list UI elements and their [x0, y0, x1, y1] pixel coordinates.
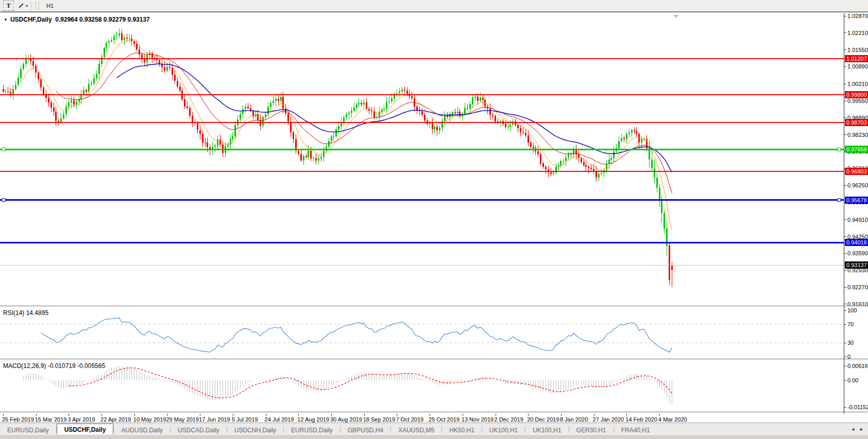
- date-tick-mark: [134, 414, 135, 416]
- chart-tab-usdcnh-daily[interactable]: USDCNH,Daily: [227, 425, 283, 435]
- tick-mark: [844, 32, 846, 33]
- chart-tab-usdcad-daily[interactable]: USDCAD,Daily: [171, 425, 227, 435]
- price-badge: 0.98703: [845, 119, 868, 126]
- line-handle: [2, 148, 5, 151]
- date-label: 25 Feb 2019: [2, 416, 34, 423]
- date-tick-mark: [331, 414, 332, 416]
- date-tick-mark: [430, 414, 430, 416]
- ma-fast-line: [23, 41, 672, 231]
- chart-tab-ger30-h1[interactable]: GER30,H1: [569, 425, 614, 435]
- chart-tab-eurusd-daily[interactable]: EURUSD,Daily: [0, 425, 56, 435]
- macd-axis[interactable]: 0.0061660.00-0.011523: [844, 361, 868, 412]
- date-tick-mark: [200, 414, 200, 416]
- rsi-tick-label: 0: [844, 354, 850, 359]
- tick-mark: [844, 49, 846, 50]
- date-label: 2 Dec 2019: [495, 416, 523, 423]
- price-tick-label: 0.92270: [844, 285, 868, 290]
- dropdown-caret-icon[interactable]: ▾: [26, 4, 28, 8]
- date-label: 10 May 2019: [133, 416, 166, 423]
- date-tick-mark: [3, 414, 4, 416]
- price-badge: 0.95678: [845, 197, 868, 204]
- chart-window: ▼ USDCHF,Daily 0.92964 0.93258 0.92279 0…: [0, 12, 868, 434]
- date-tick-mark: [397, 414, 397, 416]
- toolbar: T ▾ M1M5M15M30H1H4D1W1MN: [0, 0, 868, 12]
- price-tick-label: 0.91610: [844, 301, 868, 306]
- date-tick-mark: [266, 414, 266, 416]
- tick-mark: [844, 270, 846, 271]
- chart-tab-hk50-h1[interactable]: HK50,H1: [442, 425, 482, 435]
- date-label: 8 Jan 2020: [560, 416, 588, 423]
- date-tick-mark: [233, 414, 233, 416]
- chart-ohlc-text: 0.92964 0.93258 0.92279 0.93137: [55, 16, 150, 23]
- macd-pane[interactable]: MACD(12,26,9) -0.010719 -0.005565 0.0061…: [0, 361, 868, 412]
- date-tick-mark: [626, 414, 627, 416]
- toolbar-grip[interactable]: [36, 2, 39, 10]
- rsi-tick-label: 70: [844, 322, 854, 327]
- date-label: 14 Feb 2020: [625, 416, 657, 423]
- date-label: 3 Apr 2019: [67, 416, 95, 423]
- chart-symbol-label: USDCHF,Daily: [10, 16, 52, 23]
- date-tick-mark: [167, 414, 168, 416]
- tick-mark: [844, 253, 846, 254]
- status-strip: [0, 434, 868, 439]
- price-tick-label: 0.96250: [844, 183, 868, 188]
- price-badge: 0.97658: [845, 146, 868, 153]
- price-badge: 0.96803: [845, 168, 868, 175]
- chart-shift-marker[interactable]: [673, 15, 678, 18]
- rsi-tick-label: 30: [844, 340, 854, 346]
- line-handle: [2, 199, 5, 202]
- chart-tab-audusd-daily[interactable]: AUDUSD,Daily: [114, 425, 170, 435]
- rsi-pane[interactable]: RSI(14) 14.4895 10070300: [0, 308, 868, 359]
- tick-mark: [844, 366, 846, 366]
- chart-ohlc-values: [52, 16, 56, 23]
- chart-tab-usdchf-daily[interactable]: USDCHF,Daily: [57, 424, 114, 435]
- chart-tab-xauusd-m5[interactable]: XAUUSD,M5: [391, 425, 441, 435]
- symbol-dropdown-icon[interactable]: ▼: [4, 17, 8, 22]
- line-handle: [838, 199, 841, 202]
- tick-mark: [844, 380, 846, 381]
- main-chart-canvas[interactable]: [0, 13, 844, 306]
- tick-mark: [844, 134, 846, 135]
- price-tick-label: 1.00890: [844, 64, 868, 69]
- text-tool-button[interactable]: T: [3, 1, 14, 11]
- price-tick-label: 0.99550: [844, 98, 868, 104]
- hline-0.97658[interactable]: [0, 148, 844, 151]
- chart-tab-uk100-h1[interactable]: UK100,H1: [482, 425, 525, 435]
- tick-mark: [844, 343, 846, 343]
- price-axis[interactable]: 1.028701.022101.015501.008901.002100.995…: [844, 13, 868, 306]
- date-label: 7 Oct 2019: [396, 416, 423, 423]
- date-axis[interactable]: 25 Feb 201915 Mar 20193 Apr 201922 Apr 2…: [0, 414, 868, 423]
- tick-mark: [844, 236, 846, 237]
- rsi-label: RSI(14) 14.4895: [3, 309, 48, 317]
- date-tick-mark: [298, 414, 299, 416]
- chart-tab-fra40-h1[interactable]: FRA40,H1: [614, 425, 657, 435]
- tab-scroll-left-icon[interactable]: ◄: [850, 427, 855, 432]
- price-tick-label: 0.94910: [844, 217, 868, 222]
- date-label: 5 Jul 2019: [232, 416, 258, 423]
- rsi-canvas[interactable]: [0, 308, 844, 359]
- macd-canvas[interactable]: [0, 361, 844, 412]
- date-label: 22 Apr 2019: [100, 416, 131, 423]
- tick-mark: [844, 357, 846, 357]
- price-tick-label: 1.02870: [844, 13, 868, 19]
- line-handle: [838, 148, 841, 151]
- main-chart-pane[interactable]: ▼ USDCHF,Daily 0.92964 0.93258 0.92279 0…: [0, 13, 868, 306]
- chart-tab-eurusd-daily[interactable]: EURUSD,Daily: [284, 425, 340, 435]
- hline-0.95678[interactable]: [0, 199, 844, 202]
- chart-tab-uk100-h1[interactable]: UK100,H1: [525, 425, 568, 435]
- date-label: 25 Oct 2019: [429, 416, 459, 423]
- arrow-objects-tool-button[interactable]: ▾: [16, 1, 29, 10]
- tab-scroll-right-icon[interactable]: ►: [859, 427, 864, 432]
- chart-tab-gbpusd-h4[interactable]: GBPUSD,H4: [341, 425, 390, 435]
- chart-title: ▼ USDCHF,Daily 0.92964 0.93258 0.92279 0…: [4, 16, 150, 23]
- tick-mark: [844, 287, 846, 288]
- date-label: 20 Dec 2019: [527, 416, 559, 423]
- tick-mark: [844, 407, 846, 408]
- timeframe-button-h1[interactable]: H1: [41, 1, 59, 11]
- price-tick-label: 1.02210: [844, 30, 868, 36]
- price-tick-label: 0.93590: [844, 251, 868, 256]
- date-label: 18 Sep 2019: [363, 416, 395, 423]
- macd-tick-label: 0.00: [844, 378, 858, 383]
- date-tick-mark: [659, 414, 660, 416]
- rsi-axis[interactable]: 10070300: [844, 308, 868, 359]
